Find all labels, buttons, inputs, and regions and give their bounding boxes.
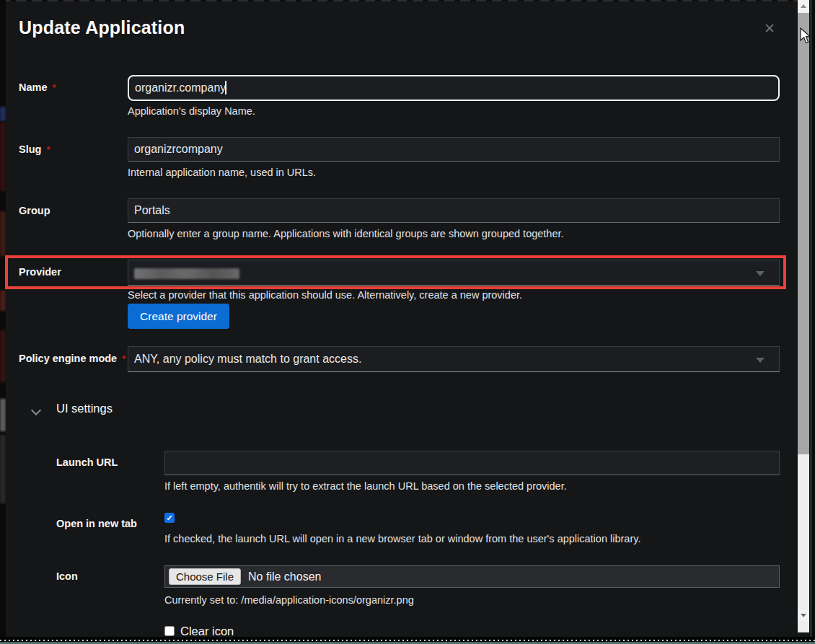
background-artifact: [0, 107, 6, 121]
required-marker: *: [46, 144, 50, 155]
required-marker: *: [122, 353, 125, 364]
group-label: Group: [19, 205, 50, 216]
caret-down-icon: [756, 271, 765, 276]
background-artifact: [0, 330, 6, 382]
name-help: Application's display Name.: [128, 105, 255, 117]
background-artifact: [0, 211, 6, 256]
slug-help: Internal application name, used in URLs.: [128, 167, 316, 178]
provider-value-redacted: [134, 268, 239, 279]
choose-file-button[interactable]: Choose File: [169, 568, 241, 585]
launch-url-input[interactable]: [164, 451, 780, 475]
background-page-strip: [0, 0, 6, 644]
scrollbar-thumb[interactable]: [798, 13, 809, 454]
scrollbar-up-button[interactable]: [798, 0, 809, 12]
screenshot-bottom-dotted-line: [0, 640, 815, 641]
icon-label: Icon: [56, 570, 78, 582]
screenshot-top-dashed-edge: [0, 0, 798, 1]
open-in-new-tab-label: Open in new tab: [56, 518, 137, 529]
screenshot-bottom-edge: [0, 637, 815, 644]
file-status-text: No file chosen: [248, 570, 321, 583]
policy-engine-mode-label: Policy engine mode*: [19, 353, 125, 364]
launch-url-label: Launch URL: [56, 456, 118, 468]
required-marker: *: [53, 82, 56, 93]
caret-down-icon: [756, 358, 765, 363]
text-cursor: [225, 81, 226, 94]
ui-settings-expander[interactable]: [32, 404, 40, 417]
name-label: Name*: [19, 81, 56, 93]
ui-settings-section-title[interactable]: UI settings: [56, 402, 113, 415]
scrollbar-down-button[interactable]: [798, 609, 809, 621]
launch-url-help: If left empty, authentik will try to ext…: [164, 480, 567, 492]
background-artifact: [0, 399, 6, 431]
scrollbar-track[interactable]: [798, 0, 809, 632]
modal-title: Update Application: [19, 17, 185, 38]
open-in-new-tab-help: If checked, the launch URL will open in …: [164, 533, 640, 544]
group-help: Optionally enter a group name. Applicati…: [128, 228, 564, 239]
provider-select[interactable]: [128, 260, 780, 286]
clear-icon-checkbox[interactable]: [164, 626, 175, 636]
slug-input[interactable]: [128, 137, 780, 162]
window-right-edge-line: [810, 0, 812, 644]
background-artifact: [0, 291, 6, 311]
chevron-down-icon: [31, 405, 41, 415]
policy-engine-mode-select[interactable]: ANY, any policy must match to grant acce…: [128, 346, 780, 372]
group-input[interactable]: [128, 198, 780, 223]
background-artifact: [0, 123, 6, 191]
open-in-new-tab-checkbox[interactable]: ✓: [164, 513, 175, 523]
policy-engine-mode-value: ANY, any policy must match to grant acce…: [134, 353, 361, 366]
create-provider-button[interactable]: Create provider: [128, 304, 229, 329]
arrow-down-icon: [801, 614, 806, 617]
provider-help: Select a provider that this application …: [128, 289, 522, 301]
background-artifact: [0, 435, 6, 503]
slug-label: Slug*: [19, 144, 50, 155]
icon-file-input[interactable]: Choose File No file chosen: [164, 565, 780, 588]
provider-label: Provider: [19, 266, 61, 278]
arrow-up-icon: [801, 4, 806, 8]
close-icon[interactable]: ✕: [760, 20, 779, 37]
check-icon: ✓: [166, 513, 172, 522]
icon-help: Currently set to: /media/application-ico…: [164, 594, 414, 606]
